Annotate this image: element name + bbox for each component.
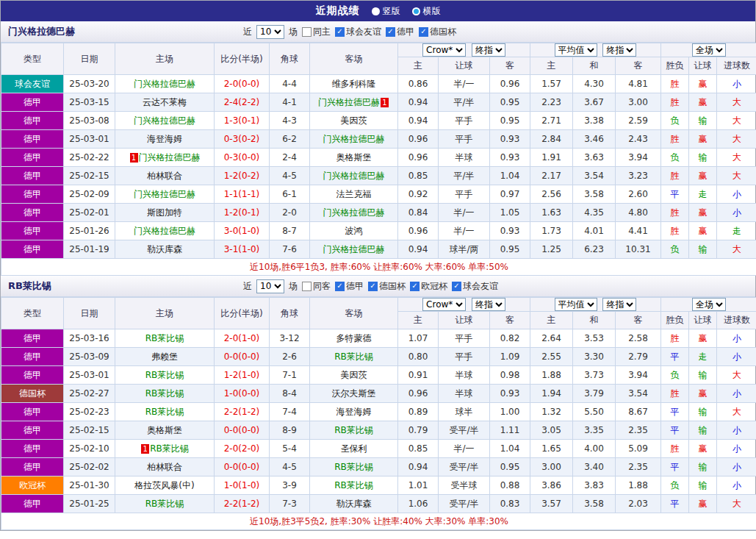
unchecked-checkbox-icon[interactable] — [302, 27, 312, 37]
filter-checkbox[interactable]: ✓德甲 — [386, 26, 414, 38]
competition-cell[interactable]: 德甲 — [1, 458, 64, 476]
scope-select[interactable]: 全场 — [692, 43, 726, 57]
score-cell[interactable]: 2-2(1-2) — [215, 495, 270, 513]
filter-checkbox[interactable]: ✓德国杯 — [368, 280, 406, 293]
competition-cell[interactable]: 德甲 — [1, 185, 64, 204]
competition-cell[interactable]: 德甲 — [1, 112, 64, 130]
team-name[interactable]: 门兴格拉德巴赫 — [134, 115, 195, 126]
filter-checkbox[interactable]: 同主 — [302, 26, 331, 38]
odds-source-select[interactable]: Crow* — [422, 43, 466, 57]
team-name[interactable]: RB莱比锡 — [145, 388, 184, 399]
match-count-select[interactable]: 10 — [256, 279, 284, 293]
team-name[interactable]: 弗赖堡 — [151, 351, 178, 362]
competition-cell[interactable]: 德国杯 — [1, 385, 64, 403]
team-name[interactable]: 维多利科隆 — [332, 79, 376, 89]
filter-checkbox[interactable]: ✓德国杯 — [419, 26, 456, 38]
team-name[interactable]: RB莱比锡 — [334, 351, 373, 362]
score-cell[interactable]: 1-2(0-1) — [215, 204, 270, 222]
team-name[interactable]: 柏林联合 — [147, 171, 182, 181]
competition-cell[interactable]: 德甲 — [1, 366, 64, 385]
team-name[interactable]: 圣保利 — [341, 443, 367, 454]
competition-cell[interactable]: 德甲 — [1, 240, 64, 259]
checked-checkbox-icon[interactable]: ✓ — [335, 27, 345, 37]
team-name[interactable]: 多特蒙德 — [336, 333, 372, 343]
radio-vertical-layout[interactable]: 竖版 — [372, 5, 400, 18]
score-cell[interactable]: 1-2(1-0) — [215, 366, 270, 385]
scope-select[interactable]: 全场 — [692, 298, 726, 311]
team-name[interactable]: 门兴格拉德巴赫 — [134, 226, 195, 236]
score-cell[interactable]: 2-2(1-2) — [215, 403, 270, 421]
team-name[interactable]: 云达不莱梅 — [143, 97, 187, 107]
radio-horizontal-layout[interactable]: 横版 — [412, 5, 441, 18]
team-name[interactable]: RB莱比锡 — [145, 407, 184, 417]
filter-checkbox[interactable]: ✓德甲 — [335, 280, 364, 293]
team-name[interactable]: 海登海姆 — [336, 407, 372, 417]
score-cell[interactable]: 2-0(1-0) — [215, 329, 270, 348]
checked-checkbox-icon[interactable]: ✓ — [335, 282, 345, 291]
score-cell[interactable]: 0-3(0-2) — [215, 130, 270, 149]
team-name[interactable]: 门兴格拉德巴赫 — [323, 207, 385, 218]
team-name[interactable]: 奥格斯堡 — [147, 425, 182, 435]
competition-cell[interactable]: 德甲 — [1, 222, 64, 240]
score-cell[interactable]: 1-3(0-1) — [215, 112, 270, 130]
score-cell[interactable]: 2-0(2-0) — [215, 440, 270, 458]
checked-checkbox-icon[interactable]: ✓ — [452, 282, 461, 291]
avg-stage-select[interactable]: 终指 — [602, 43, 636, 57]
unchecked-checkbox-icon[interactable] — [302, 282, 312, 291]
competition-cell[interactable]: 德甲 — [1, 149, 64, 167]
team-name[interactable]: 奥格斯堡 — [336, 152, 372, 163]
team-name[interactable]: 美因茨 — [341, 115, 367, 126]
team-name[interactable]: 门兴格拉德巴赫 — [134, 189, 195, 199]
checked-checkbox-icon[interactable]: ✓ — [410, 282, 420, 291]
team-name[interactable]: RB莱比锡 — [334, 425, 373, 435]
team-name[interactable]: RB莱比锡 — [145, 370, 184, 380]
odds-stage-select[interactable]: 终指 — [472, 298, 505, 311]
competition-cell[interactable]: 德甲 — [1, 495, 64, 513]
competition-cell[interactable]: 欧冠杯 — [1, 476, 64, 495]
team-name[interactable]: 门兴格拉德巴赫 — [323, 134, 385, 144]
team-name[interactable]: 格拉茨风暴(中) — [134, 480, 194, 490]
score-cell[interactable]: 3-1(1-0) — [215, 240, 270, 259]
team-name[interactable]: 门兴格拉德巴赫 — [323, 171, 385, 181]
score-cell[interactable]: 0-0(0-0) — [215, 348, 270, 366]
filter-checkbox[interactable]: ✓球会友谊 — [452, 280, 498, 293]
team-name[interactable]: RB莱比锡 — [334, 462, 373, 472]
score-cell[interactable]: 2-4(2-2) — [215, 93, 270, 112]
team-name[interactable]: 门兴格拉德巴赫 — [323, 244, 385, 254]
checked-checkbox-icon[interactable]: ✓ — [368, 282, 378, 291]
competition-cell[interactable]: 球会友谊 — [1, 75, 64, 93]
competition-cell[interactable]: 德甲 — [1, 403, 64, 421]
competition-cell[interactable]: 德甲 — [1, 130, 64, 149]
score-cell[interactable]: 0-3(0-0) — [215, 149, 270, 167]
score-cell[interactable]: 0-0(0-0) — [215, 458, 270, 476]
competition-cell[interactable]: 德甲 — [1, 348, 64, 366]
checked-checkbox-icon[interactable]: ✓ — [386, 27, 395, 37]
score-cell[interactable]: 1-0(1-0) — [215, 476, 270, 495]
team-name[interactable]: 法兰克福 — [336, 189, 372, 199]
team-name[interactable]: 柏林联合 — [147, 462, 182, 472]
team-name[interactable]: 沃尔夫斯堡 — [332, 388, 376, 399]
avg-source-select[interactable]: 平均值 — [555, 298, 597, 311]
team-name[interactable]: 勒沃库森 — [147, 244, 182, 254]
team-name[interactable]: 波鸿 — [345, 226, 363, 236]
competition-cell[interactable]: 德甲 — [1, 167, 64, 185]
competition-cell[interactable]: 德甲 — [1, 93, 64, 112]
score-cell[interactable]: 1-0(0-0) — [215, 385, 270, 403]
odds-source-select[interactable]: Crow* — [422, 298, 466, 311]
competition-cell[interactable]: 德甲 — [1, 329, 64, 348]
team-name[interactable]: RB莱比锡 — [150, 443, 189, 454]
checked-checkbox-icon[interactable]: ✓ — [419, 27, 428, 37]
team-name[interactable]: RB莱比锡 — [334, 480, 373, 490]
filter-checkbox[interactable]: ✓球会友谊 — [335, 26, 381, 38]
score-cell[interactable]: 1-2(0-2) — [215, 167, 270, 185]
team-name[interactable]: 门兴格拉德巴赫 — [318, 97, 380, 107]
score-cell[interactable]: 3-0(1-0) — [215, 222, 270, 240]
team-name[interactable]: 门兴格拉德巴赫 — [134, 79, 195, 89]
team-name[interactable]: 门兴格拉德巴赫 — [139, 152, 201, 163]
team-name[interactable]: 勒沃库森 — [336, 499, 372, 509]
avg-source-select[interactable]: 平均值 — [555, 43, 597, 57]
team-name[interactable]: 美因茨 — [341, 370, 367, 380]
team-name[interactable]: 海登海姆 — [147, 134, 182, 144]
avg-stage-select[interactable]: 终指 — [602, 298, 636, 311]
score-cell[interactable]: 2-0(0-0) — [215, 75, 270, 93]
